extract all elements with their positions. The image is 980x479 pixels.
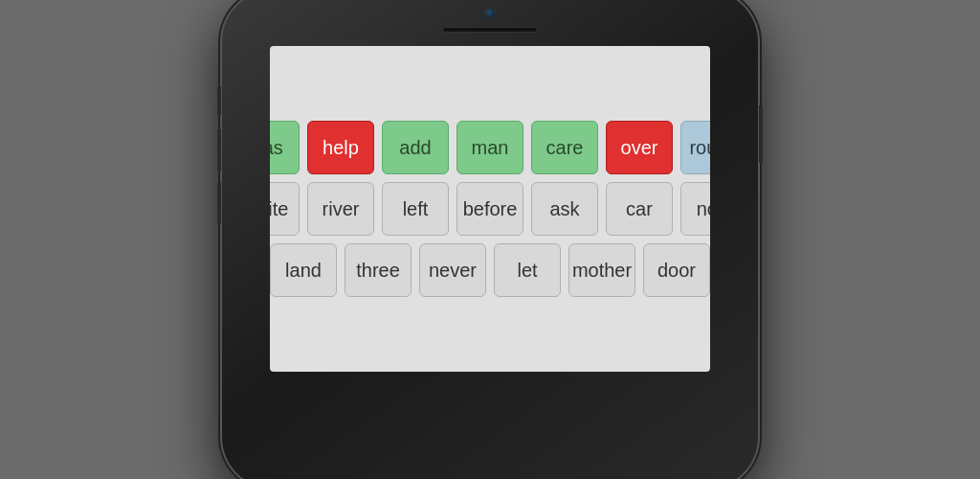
word-tile-land[interactable]: land: [270, 243, 337, 297]
phone-frame: washelpaddmancareoverroundwhiteriverleft…: [222, 0, 758, 479]
earpiece-speaker: [442, 27, 538, 33]
word-grid: washelpaddmancareoverroundwhiteriverleft…: [270, 46, 710, 372]
volume-down-button: [217, 182, 221, 224]
word-tile-man[interactable]: man: [457, 121, 523, 174]
word-tile-ask[interactable]: ask: [531, 182, 598, 236]
power-button: [759, 105, 763, 163]
mute-button: [217, 86, 221, 115]
word-tile-before[interactable]: before: [457, 182, 523, 236]
volume-up-button: [217, 129, 221, 171]
word-row-row2: whiteriverleftbeforeaskcarnow: [283, 182, 697, 236]
word-tile-care[interactable]: care: [531, 121, 598, 174]
word-tile-mother[interactable]: mother: [568, 243, 635, 297]
phone-top: [222, 0, 758, 33]
word-tile-white[interactable]: white: [270, 182, 300, 236]
word-tile-river[interactable]: river: [307, 182, 374, 236]
word-tile-let[interactable]: let: [494, 243, 561, 297]
word-tile-over[interactable]: over: [606, 121, 673, 174]
word-tile-now[interactable]: now: [680, 182, 710, 236]
word-tile-door[interactable]: door: [643, 243, 710, 297]
front-camera: [484, 8, 496, 19]
word-tile-never[interactable]: never: [419, 243, 486, 297]
word-tile-was[interactable]: was: [270, 121, 300, 174]
phone-screen: washelpaddmancareoverroundwhiteriverleft…: [270, 46, 710, 372]
word-tile-left[interactable]: left: [382, 182, 449, 236]
word-tile-add[interactable]: add: [382, 121, 449, 174]
word-row-row3: landthreeneverletmotherdoor: [283, 243, 697, 297]
word-tile-three[interactable]: three: [345, 243, 412, 297]
word-tile-car[interactable]: car: [606, 182, 673, 236]
word-tile-help[interactable]: help: [307, 121, 374, 174]
word-tile-round[interactable]: round: [680, 121, 710, 174]
word-row-row1: washelpaddmancareoverround: [283, 121, 697, 174]
